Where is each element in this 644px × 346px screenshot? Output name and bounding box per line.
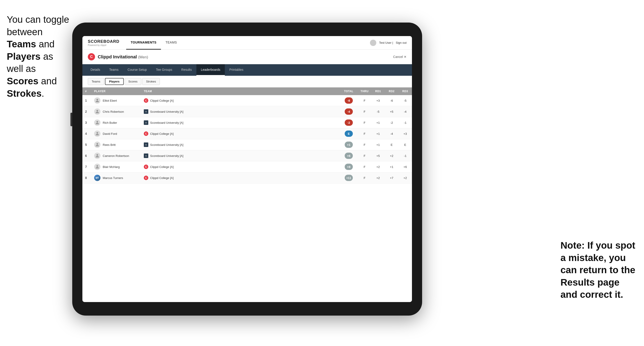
col-rank: # <box>82 87 92 95</box>
cell-rd1: +1 <box>371 139 385 150</box>
player-name: Marcus Turners <box>103 176 123 180</box>
logo-area: SCOREBOARD Powered by clippd <box>88 39 120 46</box>
cell-rank: 7 <box>82 161 92 173</box>
team-cell: S Scoreboard University [A] <box>144 120 337 125</box>
tab-teams[interactable]: Teams <box>105 64 123 76</box>
clippd-logo: C <box>144 175 148 180</box>
player-avatar <box>94 108 100 115</box>
nav-teams[interactable]: TEAMS <box>161 36 182 50</box>
cell-total: E <box>340 128 358 139</box>
user-name: Test User | <box>379 41 393 44</box>
cell-rank: 4 <box>82 128 92 139</box>
tab-results[interactable]: Results <box>177 64 196 76</box>
player-cell: David Ford <box>94 131 138 137</box>
col-rd3: RD3 <box>398 87 412 95</box>
cell-player: Elliot Ebert <box>92 95 141 106</box>
cell-team: S Scoreboard University [A] <box>141 117 340 128</box>
cell-team: C Clippd College [A] <box>141 95 340 106</box>
cell-rd2: -2 <box>385 117 398 128</box>
cell-rd1: -5 <box>371 106 385 117</box>
table-row: 8 MT Marcus Turners C Clippd College [A]… <box>82 173 412 183</box>
table-row: 7 Blair McHarg C Clippd College [A] +8F+… <box>82 161 412 173</box>
tab-details[interactable]: Details <box>86 64 105 76</box>
team-name: Scoreboard University [A] <box>150 110 183 113</box>
cell-player: David Ford <box>92 128 141 139</box>
team-cell: C Clippd College [A] <box>144 98 337 103</box>
tab-course-setup[interactable]: Course Setup <box>123 64 152 76</box>
toggle-players-button[interactable]: Players <box>105 78 124 85</box>
cell-thru: F <box>358 117 371 128</box>
svg-point-1 <box>96 99 98 101</box>
tab-printables[interactable]: Printables <box>225 64 248 76</box>
tournament-logo: C <box>88 53 95 60</box>
player-cell: MT Marcus Turners <box>94 175 138 181</box>
tab-leaderboards[interactable]: Leaderboards <box>196 64 225 76</box>
team-cell: C Clippd College [A] <box>144 165 337 169</box>
player-avatar: MT <box>94 175 100 181</box>
tournament-name: Clippd Invitational (Men) <box>98 54 148 59</box>
cell-rd1: +1 <box>371 128 385 139</box>
cell-player: Rich Butler <box>92 117 141 128</box>
player-avatar <box>94 131 100 137</box>
cell-rank: 1 <box>82 95 92 106</box>
team-name: Clippd College [A] <box>150 132 174 136</box>
table-row: 1 Elliot Ebert C Clippd College [A] -8F+… <box>82 95 412 106</box>
sign-out-link[interactable]: Sign out <box>396 41 406 44</box>
cell-rd1: +5 <box>371 150 385 161</box>
total-badge: +8 <box>345 164 353 170</box>
cell-rd2: -4 <box>385 128 398 139</box>
cell-thru: F <box>358 150 371 161</box>
bold-scores: Scores <box>7 76 38 86</box>
cell-rd2: +2 <box>385 150 398 161</box>
player-name: Elliot Ebert <box>103 99 117 102</box>
cell-rd3: +6 <box>398 161 412 173</box>
player-avatar <box>94 164 100 170</box>
svg-point-3 <box>96 121 98 123</box>
cell-total: +6 <box>340 150 358 161</box>
cell-rd3: -4 <box>398 106 412 117</box>
cell-rd1: +2 <box>371 173 385 183</box>
cell-rd3: +3 <box>398 128 412 139</box>
nav-tournaments[interactable]: TOURNAMENTS <box>126 36 161 50</box>
table-row: 6 Cameron Robertson S Scoreboard Univers… <box>82 150 412 161</box>
cell-thru: F <box>358 95 371 106</box>
cell-rd1: +1 <box>371 117 385 128</box>
cell-rd2: +7 <box>385 173 398 183</box>
toggle-teams-button[interactable]: Teams <box>88 78 104 85</box>
cell-rank: 6 <box>82 150 92 161</box>
col-rd1: RD1 <box>371 87 385 95</box>
right-annotation: Note: If you spot a mistake, you can ret… <box>560 239 637 301</box>
total-badge: -8 <box>345 97 353 104</box>
svg-point-7 <box>96 165 98 167</box>
cell-thru: F <box>358 106 371 117</box>
cell-rd3: E <box>398 139 412 150</box>
cell-rd2: +1 <box>385 161 398 173</box>
cell-total: -4 <box>340 106 358 117</box>
cell-player: Cameron Robertson <box>92 150 141 161</box>
cell-player: Chris Robertson <box>92 106 141 117</box>
app-logo: SCOREBOARD <box>88 39 120 44</box>
team-cell: C Clippd College [A] <box>144 175 337 180</box>
cancel-button[interactable]: Cancel ✕ <box>393 55 406 59</box>
tablet-screen: SCOREBOARD Powered by clippd TOURNAMENTS… <box>82 36 412 302</box>
toggle-scores-button[interactable]: Scores <box>124 78 141 85</box>
toggle-strokes-button[interactable]: Strokes <box>142 78 160 85</box>
cell-thru: F <box>358 173 371 183</box>
tab-tee-groups[interactable]: Tee Groups <box>152 64 177 76</box>
cell-rd2: +5 <box>385 106 398 117</box>
nav-right: Test User | Sign out <box>370 40 406 46</box>
tournament-header: C Clippd Invitational (Men) Cancel ✕ <box>82 50 412 64</box>
leaderboard-table: # PLAYER TEAM TOTAL THRU RD1 RD2 RD3 1 <box>82 87 412 302</box>
total-badge: +6 <box>345 153 353 159</box>
team-name: Scoreboard University [A] <box>150 121 183 124</box>
toggle-area: Teams Players Scores Strokes <box>82 76 412 87</box>
cell-team: C Clippd College [A] <box>141 173 340 183</box>
cell-total: +8 <box>340 161 358 173</box>
cell-rd3: +2 <box>398 173 412 183</box>
col-player: PLAYER <box>92 87 141 95</box>
svg-point-4 <box>96 132 98 134</box>
cell-total: -2 <box>340 117 358 128</box>
bold-strokes: Strokes <box>7 88 42 99</box>
player-name: David Ford <box>103 132 117 136</box>
team-name: Clippd College [A] <box>150 165 174 169</box>
